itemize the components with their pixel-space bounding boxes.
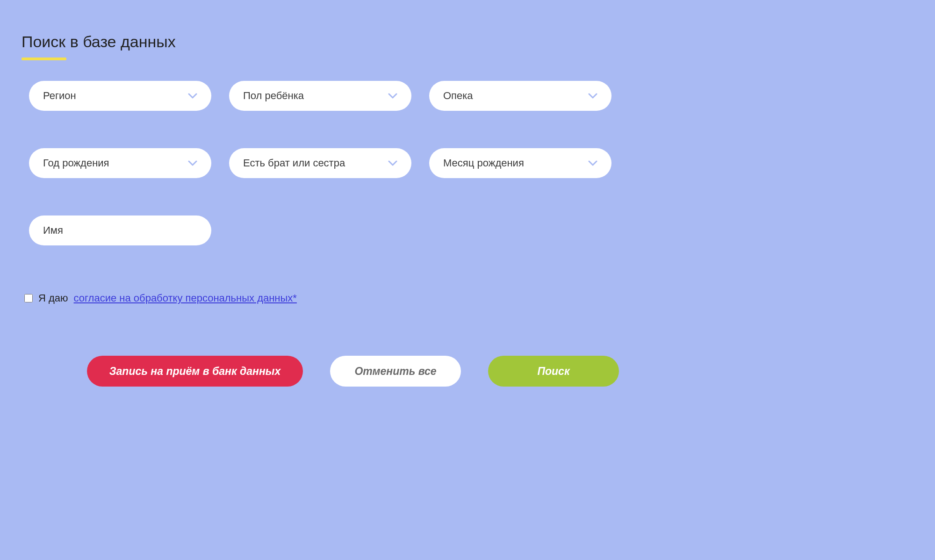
- consent-checkbox[interactable]: [24, 294, 33, 302]
- birth-month-select[interactable]: Месяц рождения: [429, 148, 611, 178]
- page-title: Поиск в базе данных: [22, 33, 176, 60]
- consent-row: Я даю согласие на обработку персональных…: [24, 292, 913, 304]
- chevron-down-icon: [188, 160, 197, 166]
- region-select[interactable]: Регион: [29, 81, 211, 111]
- appointment-button[interactable]: Запись на приём в банк данных: [87, 356, 303, 387]
- name-input[interactable]: [43, 224, 197, 237]
- birth-month-select-label: Месяц рождения: [443, 157, 588, 169]
- birth-year-select[interactable]: Год рождения: [29, 148, 211, 178]
- siblings-select[interactable]: Есть брат или сестра: [229, 148, 411, 178]
- reset-button[interactable]: Отменить все: [330, 356, 461, 387]
- guardianship-select-label: Опека: [443, 90, 588, 102]
- gender-select[interactable]: Пол ребёнка: [229, 81, 411, 111]
- chevron-down-icon: [588, 93, 597, 99]
- region-select-label: Регион: [43, 90, 188, 102]
- chevron-down-icon: [388, 160, 397, 166]
- chevron-down-icon: [588, 160, 597, 166]
- birth-year-select-label: Год рождения: [43, 157, 188, 169]
- consent-link[interactable]: согласие на обработку персональных данны…: [74, 292, 297, 304]
- guardianship-select[interactable]: Опека: [429, 81, 611, 111]
- chevron-down-icon: [188, 93, 197, 99]
- search-button[interactable]: Поиск: [488, 356, 619, 387]
- button-row: Запись на приём в банк данных Отменить в…: [87, 356, 913, 387]
- consent-prefix: Я даю: [38, 292, 68, 304]
- chevron-down-icon: [388, 93, 397, 99]
- gender-select-label: Пол ребёнка: [243, 90, 388, 102]
- name-input-wrap[interactable]: [29, 215, 211, 245]
- siblings-select-label: Есть брат или сестра: [243, 157, 388, 169]
- filter-grid: Регион Пол ребёнка Опека Год рождения Ес…: [29, 81, 913, 245]
